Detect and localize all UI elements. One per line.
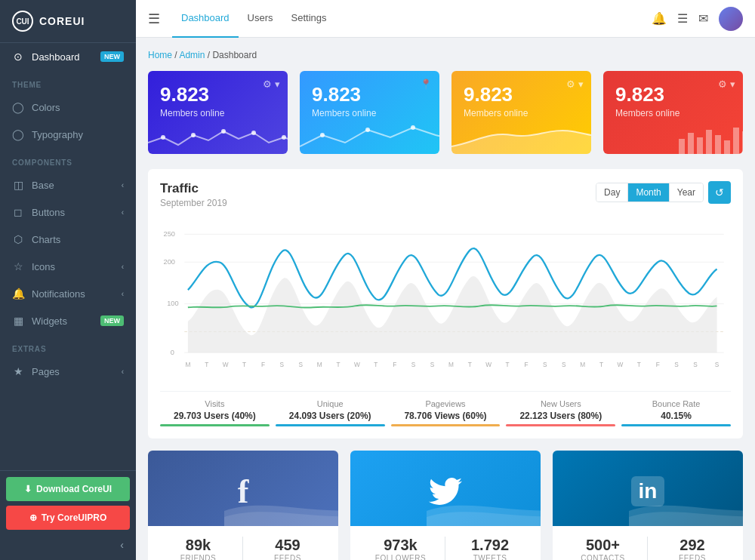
header: ☰ Dashboard Users Settings 🔔 ☰ ✉: [136, 0, 755, 38]
sidebar-item-dashboard[interactable]: ⊙ Dashboard NEW: [0, 43, 136, 70]
btn-year[interactable]: Year: [670, 183, 703, 202]
svg-point-5: [320, 133, 325, 137]
bouncerate-label: Bounce Rate: [621, 399, 731, 408]
sidebar-label-typography: Typography: [32, 129, 83, 140]
svg-text:W: W: [354, 361, 360, 368]
svg-text:T: T: [242, 361, 246, 368]
svg-text:F: F: [524, 361, 528, 368]
svg-point-6: [365, 128, 370, 132]
svg-text:0: 0: [171, 349, 174, 356]
pageviews-label: Pageviews: [391, 399, 501, 408]
svg-text:T: T: [599, 361, 603, 368]
stat-card-red: ⚙ ▾ 9.823 Members online: [603, 71, 743, 154]
svg-point-7: [411, 125, 415, 130]
logo-icon: CUI: [12, 11, 33, 32]
buttons-arrow: ‹: [122, 208, 124, 217]
pages-arrow: ‹: [122, 368, 124, 376]
visits-value: 29.703 Users (40%): [160, 411, 270, 421]
sidebar-item-buttons[interactable]: ◻ Buttons ‹: [0, 198, 136, 226]
svg-text:T: T: [336, 361, 340, 368]
sidebar-item-pages[interactable]: ★ Pages ‹: [0, 358, 136, 385]
svg-point-1: [191, 133, 196, 137]
linkedin-stats: 500+ CONTACTS 292 FEEDS: [553, 526, 743, 560]
stat-pageviews: Pageviews 78.706 Views (60%): [391, 399, 501, 426]
card-blue-value: 9.823: [160, 83, 276, 106]
page-content: Home / Admin / Dashboard ⚙ ▾ 9.823 Membe…: [136, 38, 755, 560]
pages-icon: ★: [12, 365, 24, 377]
social-cards: f 89k FRIENDS 459 FEEDS: [148, 451, 743, 560]
svg-text:S: S: [280, 361, 285, 368]
svg-point-4: [282, 135, 286, 140]
tw-followers-label: FOLLOWERS: [356, 554, 445, 560]
btn-month[interactable]: Month: [628, 183, 669, 202]
notifications-icon: 🔔: [12, 288, 24, 300]
li-feeds-value: 292: [648, 537, 737, 554]
chart-action-button[interactable]: ↺: [708, 181, 731, 204]
sidebar-item-typography[interactable]: ◯ Typography: [0, 121, 136, 148]
header-nav: Dashboard Users Settings: [172, 0, 336, 38]
sidebar-label-buttons: Buttons: [32, 207, 65, 218]
breadcrumb-home[interactable]: Home: [148, 50, 172, 60]
svg-point-0: [161, 135, 165, 140]
breadcrumb-admin[interactable]: Admin: [179, 50, 205, 60]
facebook-stat-friends: 89k FRIENDS: [154, 537, 243, 560]
unique-value: 24.093 Users (20%): [276, 411, 385, 421]
sidebar-label-notifications: Notifications: [32, 288, 85, 300]
mail-icon[interactable]: ✉: [698, 11, 708, 26]
stat-visits: Visits 29.703 Users (40%): [160, 399, 270, 426]
collapse-button[interactable]: ‹: [120, 539, 124, 551]
bouncerate-value: 40.15%: [621, 411, 731, 421]
card-yellow-gear[interactable]: ⚙ ▾: [566, 78, 584, 90]
list-icon[interactable]: ☰: [677, 11, 688, 26]
li-contacts-value: 500+: [559, 537, 647, 554]
main-content: ☰ Dashboard Users Settings 🔔 ☰ ✉ Home / …: [136, 0, 755, 560]
card-red-gear[interactable]: ⚙ ▾: [718, 78, 735, 90]
svg-text:M: M: [580, 361, 585, 368]
sidebar-item-icons[interactable]: ☆ Icons ‹: [0, 253, 136, 280]
bell-icon[interactable]: 🔔: [652, 11, 667, 26]
pro-button[interactable]: ⊕ Try CoreUIPRO: [6, 506, 130, 530]
visits-label: Visits: [160, 399, 270, 408]
newusers-label: New Users: [506, 399, 615, 408]
period-btn-group: Day Month Year: [596, 183, 704, 202]
traffic-title-group: Traffic September 2019: [160, 181, 227, 208]
card-red-value: 9.823: [615, 83, 731, 106]
nav-users[interactable]: Users: [239, 0, 282, 38]
header-icons: 🔔 ☰ ✉: [652, 7, 743, 31]
sidebar-item-widgets[interactable]: ▦ Widgets NEW: [0, 307, 136, 334]
sidebar-item-notifications[interactable]: 🔔 Notifications ‹: [0, 280, 136, 307]
svg-point-2: [221, 129, 226, 134]
card-cyan-gear[interactable]: 📍: [420, 78, 432, 90]
dashboard-badge: NEW: [100, 51, 124, 62]
card-blue-gear[interactable]: ⚙ ▾: [263, 78, 280, 90]
traffic-header: Traffic September 2019 Day Month Year ↺: [160, 181, 731, 208]
svg-rect-14: [733, 128, 739, 154]
sidebar-collapse[interactable]: ‹: [6, 536, 130, 554]
download-button[interactable]: ⬇ Download CoreUI: [6, 477, 130, 501]
chart-area: 250 200 100 0: [160, 217, 731, 383]
btn-day[interactable]: Day: [596, 183, 628, 202]
svg-text:S: S: [562, 361, 566, 368]
facebook-icon: f: [238, 472, 249, 511]
svg-text:M: M: [317, 361, 322, 368]
sidebar-item-charts[interactable]: ⬡ Charts: [0, 226, 136, 253]
sidebar: CUI COREUI ⊙ Dashboard NEW THEME ◯ Color…: [0, 0, 136, 560]
newusers-bar: [506, 424, 615, 426]
sidebar-item-colors[interactable]: ◯ Colors: [0, 94, 136, 121]
download-icon: ⬇: [24, 484, 32, 494]
tw-tweets-value: 1.792: [445, 537, 535, 554]
svg-text:F: F: [393, 361, 396, 368]
user-avatar[interactable]: [719, 7, 743, 31]
tw-followers-value: 973k: [356, 537, 445, 554]
stat-bouncerate: Bounce Rate 40.15%: [621, 399, 731, 426]
nav-settings[interactable]: Settings: [282, 0, 336, 38]
svg-rect-11: [706, 130, 712, 154]
nav-dashboard[interactable]: Dashboard: [172, 0, 239, 38]
li-contacts-label: CONTACTS: [559, 554, 647, 560]
traffic-card: Traffic September 2019 Day Month Year ↺ …: [148, 169, 743, 438]
svg-point-3: [251, 131, 256, 135]
hamburger-button[interactable]: ☰: [148, 11, 160, 27]
sidebar-item-base[interactable]: ◫ Base ‹: [0, 171, 136, 198]
base-arrow: ‹: [122, 181, 124, 189]
linkedin-card: in 500+ CONTACTS 292 FEEDS: [553, 451, 743, 560]
